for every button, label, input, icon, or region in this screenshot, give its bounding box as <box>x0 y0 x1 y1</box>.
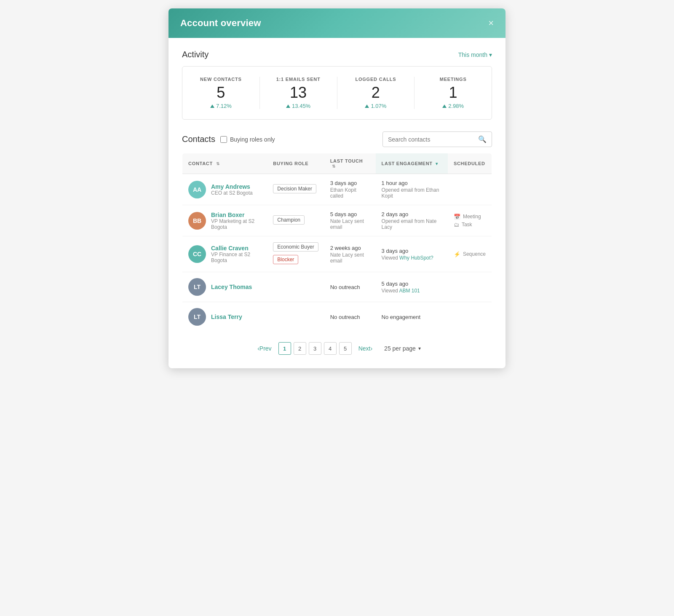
contact-cell: CC Callie Craven VP Finance at S2 Bogota <box>182 236 267 272</box>
table-row: LT Lissa Terry No outreach No engagement <box>182 302 492 332</box>
scheduled-cell: 📅Meeting🗂Task <box>448 205 492 236</box>
badge-blocker: Blocker <box>273 255 298 264</box>
buying-roles-checkbox[interactable] <box>220 136 227 143</box>
time-filter[interactable]: This month ▾ <box>458 51 492 58</box>
table-row: LT Lacey Thomas No outreach 5 days agoVi… <box>182 272 492 302</box>
modal-title: Account overview <box>180 18 261 29</box>
buying-role-cell <box>267 302 324 332</box>
last-engagement-cell: 2 days agoOpened email from Nate Lacy <box>376 205 448 236</box>
contact-name[interactable]: Amy Andrews <box>211 183 253 190</box>
scheduled-meeting: 📅Meeting <box>454 214 486 220</box>
page-2[interactable]: 2 <box>294 342 306 355</box>
buying-roles-filter[interactable]: Buying roles only <box>220 136 275 143</box>
scheduled-sequence: ⚡Sequence <box>454 251 486 257</box>
contacts-title: Contacts <box>182 134 215 144</box>
buying-role-cell <box>267 272 324 302</box>
scheduled-cell <box>448 272 492 302</box>
avatar: CC <box>188 245 206 263</box>
sequence-icon: ⚡ <box>454 251 460 257</box>
account-overview-modal: Account overview × Activity This month ▾… <box>168 8 506 368</box>
last-touch-cell: 3 days ago Ethan Kopit called <box>324 174 376 205</box>
page-5[interactable]: 5 <box>339 342 352 355</box>
activity-stat-1:1-emails-sent: 1:1 EMAILS SENT 13 13.45% <box>260 77 337 109</box>
buying-role-cell: Champion <box>267 205 324 236</box>
last-engagement-cell: 1 hour agoOpened email from Ethan Kopit <box>376 174 448 205</box>
page-3[interactable]: 3 <box>309 342 321 355</box>
avatar: LT <box>188 308 206 326</box>
sort-icon-contact[interactable]: ⇅ <box>216 161 220 166</box>
activity-stat-meetings: MEETINGS 1 2.98% <box>415 77 492 109</box>
trend-up-icon <box>442 104 447 108</box>
engagement-link[interactable]: Why HubSpot? <box>399 255 433 261</box>
search-input[interactable] <box>388 136 478 143</box>
contact-cell: AA Amy Andrews CEO at S2 Bogota <box>182 174 267 205</box>
buying-role-cell: Decision Maker <box>267 174 324 205</box>
modal-header: Account overview × <box>168 8 506 38</box>
sort-icon-last-touch[interactable]: ⇅ <box>332 164 336 169</box>
contacts-table: CONTACT ⇅ BUYING ROLE LAST TOUCH ⇅ LAST … <box>182 153 492 332</box>
badge-champion: Champion <box>273 215 305 225</box>
contact-name[interactable]: Callie Craven <box>211 245 261 252</box>
contact-name[interactable]: Lissa Terry <box>211 313 242 320</box>
per-page-dropdown[interactable]: ▾ <box>418 345 421 351</box>
trend-up-icon <box>286 104 290 108</box>
contacts-tbody: AA Amy Andrews CEO at S2 Bogota Decision… <box>182 174 492 332</box>
task-icon: 🗂 <box>454 222 459 228</box>
search-icon: 🔍 <box>478 135 487 143</box>
scheduled-cell <box>448 174 492 205</box>
table-row: BB Brian Boxer VP Marketing at S2 Bogota… <box>182 205 492 236</box>
buying-roles-label: Buying roles only <box>230 136 275 143</box>
trend-up-icon <box>210 104 214 108</box>
last-touch-cell: No outreach <box>324 272 376 302</box>
contact-cell: LT Lissa Terry <box>182 302 267 332</box>
trend-up-icon <box>365 104 369 108</box>
activity-section-header: Activity This month ▾ <box>182 50 492 59</box>
activity-stat-logged-calls: LOGGED CALLS 2 1.07% <box>337 77 415 109</box>
scheduled-task: 🗂Task <box>454 222 486 228</box>
meeting-icon: 📅 <box>454 214 460 220</box>
col-last-engagement: LAST ENGAGEMENT ▾ <box>376 153 448 174</box>
last-engagement-cell: 5 days agoViewed ABM 101 <box>376 272 448 302</box>
contact-title: CEO at S2 Bogota <box>211 190 253 196</box>
activity-stat-new-contacts: NEW CONTACTS 5 7.12% <box>182 77 260 109</box>
last-engagement-cell: 3 days agoViewed Why HubSpot? <box>376 236 448 272</box>
page-1[interactable]: 1 <box>278 342 291 355</box>
modal-body: Activity This month ▾ NEW CONTACTS 5 7.1… <box>168 38 506 368</box>
avatar: LT <box>188 278 206 296</box>
last-engagement-cell: No engagement <box>376 302 448 332</box>
contact-title: VP Finance at S2 Bogota <box>211 252 261 263</box>
close-button[interactable]: × <box>488 19 494 28</box>
last-touch-cell: 5 days ago Nate Lacy sent email <box>324 205 376 236</box>
contact-title: VP Marketing at S2 Bogota <box>211 218 261 230</box>
avatar: AA <box>188 181 206 198</box>
search-box: 🔍 <box>382 131 492 147</box>
col-contact: CONTACT ⇅ <box>182 153 267 174</box>
col-buying-role: BUYING ROLE <box>267 153 324 174</box>
engagement-link[interactable]: ABM 101 <box>399 288 420 294</box>
badge-decision-maker: Decision Maker <box>273 184 316 193</box>
col-last-touch: LAST TOUCH ⇅ <box>324 153 376 174</box>
per-page-selector: 25 per page ▾ <box>384 345 421 352</box>
badge-economic-buyer: Economic Buyer <box>273 242 318 252</box>
last-touch-cell: 2 weeks ago Nate Lacy sent email <box>324 236 376 272</box>
chevron-right-icon: › <box>370 345 372 352</box>
contact-cell: BB Brian Boxer VP Marketing at S2 Bogota <box>182 205 267 236</box>
table-header: CONTACT ⇅ BUYING ROLE LAST TOUCH ⇅ LAST … <box>182 153 492 174</box>
buying-role-cell: Economic BuyerBlocker <box>267 236 324 272</box>
sort-icon-engagement[interactable]: ▾ <box>436 161 438 166</box>
contact-name[interactable]: Brian Boxer <box>211 212 261 218</box>
activity-card: NEW CONTACTS 5 7.12% 1:1 EMAILS SENT 13 … <box>182 66 492 120</box>
activity-title: Activity <box>182 50 209 59</box>
pagination: ‹ Prev 1 2 3 4 5 Next › 25 per page ▾ <box>182 342 492 358</box>
last-touch-cell: No outreach <box>324 302 376 332</box>
col-scheduled: SCHEDULED <box>448 153 492 174</box>
next-button[interactable]: Next › <box>354 343 377 354</box>
prev-button[interactable]: ‹ Prev <box>253 343 275 354</box>
contact-name[interactable]: Lacey Thomas <box>211 284 252 290</box>
page-4[interactable]: 4 <box>324 342 337 355</box>
avatar: BB <box>188 212 206 230</box>
scheduled-cell: ⚡Sequence <box>448 236 492 272</box>
contact-cell: LT Lacey Thomas <box>182 272 267 302</box>
contacts-section-header: Contacts Buying roles only 🔍 <box>182 131 492 147</box>
table-row: AA Amy Andrews CEO at S2 Bogota Decision… <box>182 174 492 205</box>
